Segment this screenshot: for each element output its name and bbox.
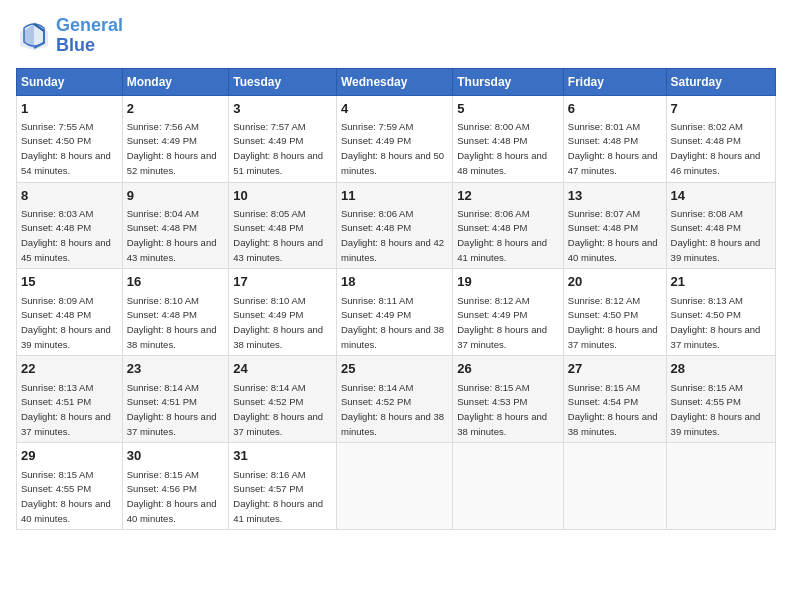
calendar-cell: 9 Sunrise: 8:04 AM Sunset: 4:48 PM Dayli…	[122, 182, 229, 269]
day-number: 16	[127, 273, 225, 291]
calendar-cell: 3 Sunrise: 7:57 AM Sunset: 4:49 PM Dayli…	[229, 95, 337, 182]
day-number: 23	[127, 360, 225, 378]
calendar-cell: 12 Sunrise: 8:06 AM Sunset: 4:48 PM Dayl…	[453, 182, 564, 269]
sunrise-info: Sunrise: 8:12 AM	[568, 295, 640, 306]
sunset-info: Sunset: 4:57 PM	[233, 483, 303, 494]
calendar-cell: 11 Sunrise: 8:06 AM Sunset: 4:48 PM Dayl…	[337, 182, 453, 269]
sunrise-info: Sunrise: 8:15 AM	[21, 469, 93, 480]
day-number: 18	[341, 273, 448, 291]
calendar-cell: 6 Sunrise: 8:01 AM Sunset: 4:48 PM Dayli…	[563, 95, 666, 182]
sunrise-info: Sunrise: 8:05 AM	[233, 208, 305, 219]
sunrise-info: Sunrise: 8:15 AM	[127, 469, 199, 480]
sunset-info: Sunset: 4:52 PM	[341, 396, 411, 407]
day-number: 25	[341, 360, 448, 378]
day-number: 27	[568, 360, 662, 378]
sunset-info: Sunset: 4:51 PM	[127, 396, 197, 407]
sunset-info: Sunset: 4:51 PM	[21, 396, 91, 407]
calendar-cell: 2 Sunrise: 7:56 AM Sunset: 4:49 PM Dayli…	[122, 95, 229, 182]
sunset-info: Sunset: 4:48 PM	[233, 222, 303, 233]
sunset-info: Sunset: 4:48 PM	[341, 222, 411, 233]
sunrise-info: Sunrise: 8:15 AM	[568, 382, 640, 393]
sunrise-info: Sunrise: 8:08 AM	[671, 208, 743, 219]
daylight-info: Daylight: 8 hours and 46 minutes.	[671, 150, 761, 176]
calendar-cell: 16 Sunrise: 8:10 AM Sunset: 4:48 PM Dayl…	[122, 269, 229, 356]
daylight-info: Daylight: 8 hours and 52 minutes.	[127, 150, 217, 176]
daylight-info: Daylight: 8 hours and 41 minutes.	[457, 237, 547, 263]
sunrise-info: Sunrise: 8:00 AM	[457, 121, 529, 132]
day-number: 17	[233, 273, 332, 291]
sunrise-info: Sunrise: 8:10 AM	[233, 295, 305, 306]
calendar-cell: 24 Sunrise: 8:14 AM Sunset: 4:52 PM Dayl…	[229, 356, 337, 443]
sunset-info: Sunset: 4:50 PM	[568, 309, 638, 320]
day-of-week-header: Friday	[563, 68, 666, 95]
sunset-info: Sunset: 4:48 PM	[671, 135, 741, 146]
daylight-info: Daylight: 8 hours and 41 minutes.	[233, 498, 323, 524]
sunrise-info: Sunrise: 8:13 AM	[21, 382, 93, 393]
day-number: 31	[233, 447, 332, 465]
sunrise-info: Sunrise: 8:15 AM	[671, 382, 743, 393]
sunrise-info: Sunrise: 8:01 AM	[568, 121, 640, 132]
logo-text: General Blue	[56, 16, 123, 56]
calendar-cell: 5 Sunrise: 8:00 AM Sunset: 4:48 PM Dayli…	[453, 95, 564, 182]
day-of-week-header: Sunday	[17, 68, 123, 95]
calendar-cell: 8 Sunrise: 8:03 AM Sunset: 4:48 PM Dayli…	[17, 182, 123, 269]
calendar-table: SundayMondayTuesdayWednesdayThursdayFrid…	[16, 68, 776, 531]
sunrise-info: Sunrise: 8:13 AM	[671, 295, 743, 306]
sunset-info: Sunset: 4:48 PM	[568, 135, 638, 146]
page-container: General Blue SundayMondayTuesdayWednesda…	[0, 0, 792, 538]
calendar-cell: 20 Sunrise: 8:12 AM Sunset: 4:50 PM Dayl…	[563, 269, 666, 356]
calendar-cell: 23 Sunrise: 8:14 AM Sunset: 4:51 PM Dayl…	[122, 356, 229, 443]
sunrise-info: Sunrise: 8:14 AM	[233, 382, 305, 393]
calendar-cell: 1 Sunrise: 7:55 AM Sunset: 4:50 PM Dayli…	[17, 95, 123, 182]
day-number: 7	[671, 100, 771, 118]
calendar-cell: 22 Sunrise: 8:13 AM Sunset: 4:51 PM Dayl…	[17, 356, 123, 443]
sunset-info: Sunset: 4:55 PM	[21, 483, 91, 494]
day-number: 14	[671, 187, 771, 205]
daylight-info: Daylight: 8 hours and 45 minutes.	[21, 237, 111, 263]
daylight-info: Daylight: 8 hours and 42 minutes.	[341, 237, 444, 263]
sunrise-info: Sunrise: 7:57 AM	[233, 121, 305, 132]
sunset-info: Sunset: 4:56 PM	[127, 483, 197, 494]
sunset-info: Sunset: 4:52 PM	[233, 396, 303, 407]
calendar-header-row: SundayMondayTuesdayWednesdayThursdayFrid…	[17, 68, 776, 95]
calendar-cell: 19 Sunrise: 8:12 AM Sunset: 4:49 PM Dayl…	[453, 269, 564, 356]
calendar-cell: 21 Sunrise: 8:13 AM Sunset: 4:50 PM Dayl…	[666, 269, 775, 356]
calendar-cell: 26 Sunrise: 8:15 AM Sunset: 4:53 PM Dayl…	[453, 356, 564, 443]
sunset-info: Sunset: 4:49 PM	[233, 135, 303, 146]
daylight-info: Daylight: 8 hours and 38 minutes.	[457, 411, 547, 437]
daylight-info: Daylight: 8 hours and 37 minutes.	[233, 411, 323, 437]
daylight-info: Daylight: 8 hours and 40 minutes.	[568, 237, 658, 263]
sunset-info: Sunset: 4:50 PM	[671, 309, 741, 320]
day-of-week-header: Wednesday	[337, 68, 453, 95]
calendar-cell: 29 Sunrise: 8:15 AM Sunset: 4:55 PM Dayl…	[17, 443, 123, 530]
daylight-info: Daylight: 8 hours and 37 minutes.	[457, 324, 547, 350]
day-number: 21	[671, 273, 771, 291]
sunset-info: Sunset: 4:48 PM	[671, 222, 741, 233]
sunset-info: Sunset: 4:54 PM	[568, 396, 638, 407]
daylight-info: Daylight: 8 hours and 43 minutes.	[127, 237, 217, 263]
daylight-info: Daylight: 8 hours and 37 minutes.	[21, 411, 111, 437]
daylight-info: Daylight: 8 hours and 39 minutes.	[671, 411, 761, 437]
day-number: 15	[21, 273, 118, 291]
day-number: 1	[21, 100, 118, 118]
day-number: 30	[127, 447, 225, 465]
sunrise-info: Sunrise: 8:06 AM	[457, 208, 529, 219]
calendar-cell: 28 Sunrise: 8:15 AM Sunset: 4:55 PM Dayl…	[666, 356, 775, 443]
day-number: 4	[341, 100, 448, 118]
sunrise-info: Sunrise: 7:56 AM	[127, 121, 199, 132]
sunrise-info: Sunrise: 7:55 AM	[21, 121, 93, 132]
calendar-cell: 7 Sunrise: 8:02 AM Sunset: 4:48 PM Dayli…	[666, 95, 775, 182]
sunrise-info: Sunrise: 8:12 AM	[457, 295, 529, 306]
day-number: 9	[127, 187, 225, 205]
calendar-cell: 14 Sunrise: 8:08 AM Sunset: 4:48 PM Dayl…	[666, 182, 775, 269]
sunset-info: Sunset: 4:49 PM	[127, 135, 197, 146]
daylight-info: Daylight: 8 hours and 54 minutes.	[21, 150, 111, 176]
daylight-info: Daylight: 8 hours and 38 minutes.	[341, 411, 444, 437]
sunset-info: Sunset: 4:49 PM	[341, 309, 411, 320]
day-of-week-header: Monday	[122, 68, 229, 95]
page-header: General Blue	[16, 16, 776, 56]
day-number: 22	[21, 360, 118, 378]
sunrise-info: Sunrise: 8:14 AM	[341, 382, 413, 393]
daylight-info: Daylight: 8 hours and 38 minutes.	[233, 324, 323, 350]
day-number: 28	[671, 360, 771, 378]
